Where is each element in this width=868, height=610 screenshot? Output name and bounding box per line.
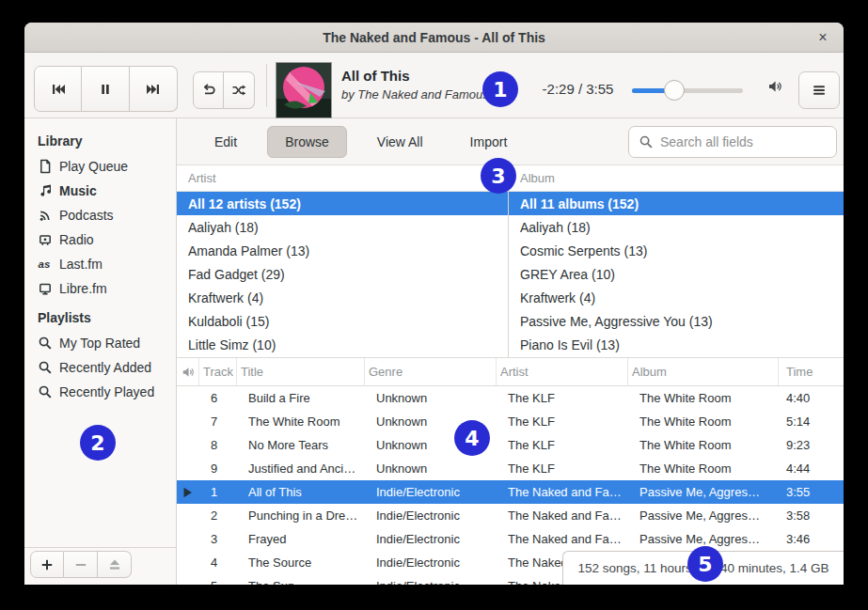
annotation-callout-1: 1: [482, 71, 518, 107]
table-row[interactable]: 9Justified and Anci…UnknownThe KLFThe Wh…: [177, 457, 844, 480]
speaker-icon: [181, 366, 195, 379]
genre-column-header[interactable]: Genre: [365, 358, 497, 385]
cell-album: The White Room: [628, 386, 779, 410]
seek-slider[interactable]: [632, 79, 743, 102]
table-row[interactable]: 8No More TearsUnknownThe KLFThe White Ro…: [177, 433, 844, 457]
album-row[interactable]: Cosmic Serpents (13): [509, 239, 844, 262]
table-row[interactable]: 6Build a FireUnknownThe KLFThe White Roo…: [177, 386, 844, 410]
album-row[interactable]: Aaliyah (18): [509, 215, 844, 239]
album-row[interactable]: Piano Is Evil (13): [509, 333, 844, 356]
sidebar-item-podcasts[interactable]: Podcasts: [24, 203, 176, 227]
pause-icon: [98, 82, 113, 97]
cell-icon: [177, 551, 199, 574]
sidebar-item-label: Play Queue: [59, 159, 128, 174]
library-list: Play QueueMusicPodcastsRadioasLast.fmLib…: [24, 154, 176, 301]
sidebar-item-recently-played[interactable]: Recently Played: [24, 380, 176, 404]
sidebar-item-libre-fm[interactable]: Libre.fm: [24, 276, 176, 301]
cell-artist: The KLF: [497, 457, 628, 480]
speaker-icon: [767, 79, 782, 94]
album-column-header[interactable]: Album: [509, 165, 844, 192]
sidebar-item-play-queue[interactable]: Play Queue: [24, 154, 176, 179]
next-button[interactable]: [130, 66, 178, 112]
search-icon: [38, 336, 53, 351]
shuffle-button[interactable]: [224, 71, 255, 109]
table-row[interactable]: 1All of ThisIndie/ElectronicThe Naked an…: [177, 480, 844, 504]
playlist-action-buttons: [30, 551, 132, 578]
plus-icon: [39, 557, 55, 572]
shuffle-icon: [231, 83, 246, 98]
artist-pane: Artist All 12 artists (152)Aaliyah (18)A…: [177, 165, 508, 357]
nav-button-browse[interactable]: Browse: [267, 126, 347, 158]
cell-track: 2: [199, 504, 237, 527]
artist-column-header[interactable]: Artist: [497, 358, 628, 385]
repeat-button[interactable]: [193, 71, 224, 109]
title-column-header[interactable]: Title: [237, 358, 365, 385]
cell-genre: Unknown: [365, 457, 497, 480]
repeat-icon: [201, 83, 216, 98]
eject-button: [98, 551, 132, 578]
close-icon[interactable]: ×: [812, 26, 834, 49]
artist-column-header[interactable]: Artist: [177, 165, 508, 192]
cell-album: The White Room: [628, 457, 779, 480]
album-row[interactable]: GREY Area (10): [509, 262, 844, 286]
cell-artist: The KLF: [497, 410, 628, 433]
cell-genre: Unknown: [365, 386, 497, 410]
annotation-callout-4: 4: [454, 420, 490, 456]
album-art: [276, 62, 332, 118]
artist-row[interactable]: Amanda Palmer (13): [177, 239, 508, 262]
annotation-callout-3: 3: [481, 158, 516, 194]
search-icon: [38, 384, 53, 399]
sidebar-item-label: Music: [59, 183, 97, 198]
pause-button[interactable]: [82, 66, 130, 112]
window-body: Library Play QueueMusicPodcastsRadioasLa…: [24, 118, 844, 585]
app-window: The Naked and Famous - All of This × A: [24, 23, 844, 585]
sidebar-item-recently-added[interactable]: Recently Added: [24, 355, 176, 380]
sidebar-item-music[interactable]: Music: [24, 179, 176, 203]
nav-button-view-all[interactable]: View All: [360, 126, 440, 158]
track-table-header: Track Title Genre Artist Album Time: [177, 358, 844, 386]
search-box[interactable]: [628, 126, 837, 158]
hamburger-menu-button[interactable]: [798, 71, 840, 109]
artist-row[interactable]: Fad Gadget (29): [177, 262, 508, 286]
cell-icon: [177, 480, 199, 504]
table-row[interactable]: 3FrayedIndie/ElectronicThe Naked and Fa……: [177, 527, 844, 551]
artist-row[interactable]: Little Simz (10): [177, 333, 508, 356]
previous-button[interactable]: [34, 66, 82, 112]
table-row[interactable]: 7The White RoomUnknownThe KLFThe White R…: [177, 410, 844, 433]
window-title: The Naked and Famous - All of This: [323, 30, 545, 45]
cell-genre: Indie/Electronic: [365, 551, 497, 574]
cell-title: No More Tears: [237, 433, 365, 457]
sidebar-item-radio[interactable]: Radio: [24, 227, 176, 252]
library-browser: Artist All 12 artists (152)Aaliyah (18)A…: [177, 165, 844, 357]
cell-artist: The Naked and Fa…: [497, 527, 628, 551]
search-input[interactable]: [660, 134, 830, 149]
cell-track: 5: [199, 574, 237, 585]
sidebar: Library Play QueueMusicPodcastsRadioasLa…: [24, 118, 177, 585]
album-list: All 11 albums (152)Aaliyah (18)Cosmic Se…: [509, 192, 844, 356]
sidebar-item-label: Last.fm: [59, 257, 103, 272]
album-row[interactable]: All 11 albums (152): [509, 192, 844, 215]
playing-column-header[interactable]: [177, 358, 199, 385]
album-row[interactable]: Passive Me, Aggressive You (13): [509, 309, 844, 333]
track-column-header[interactable]: Track: [199, 358, 237, 385]
plus-button[interactable]: [30, 551, 64, 578]
table-row[interactable]: 2Punching in a Dre…Indie/ElectronicThe N…: [177, 504, 844, 527]
svg-text:as: as: [39, 258, 51, 270]
artist-row[interactable]: Kuldaboli (15): [177, 309, 508, 333]
titlebar: The Naked and Famous - All of This ×: [24, 23, 844, 53]
sidebar-item-last-fm[interactable]: asLast.fm: [24, 252, 176, 276]
speaker-icon[interactable]: [767, 76, 792, 97]
player-toolbar: All of This by The Naked and Famous -2:2…: [24, 53, 844, 118]
artist-row[interactable]: Aaliyah (18): [177, 215, 508, 239]
nav-button-import[interactable]: Import: [453, 126, 525, 158]
album-column-header[interactable]: Album: [628, 358, 779, 385]
artist-row[interactable]: Kraftwerk (4): [177, 286, 508, 309]
cell-icon: [177, 574, 199, 585]
sidebar-item-my-top-rated[interactable]: My Top Rated: [24, 331, 176, 355]
artist-row[interactable]: All 12 artists (152): [177, 192, 508, 215]
nav-button-edit[interactable]: Edit: [197, 126, 254, 158]
time-column-header[interactable]: Time: [779, 358, 844, 385]
album-row[interactable]: Kraftwerk (4): [509, 286, 844, 309]
seek-handle[interactable]: [664, 80, 685, 101]
album-pane: Album All 11 albums (152)Aaliyah (18)Cos…: [508, 165, 844, 357]
